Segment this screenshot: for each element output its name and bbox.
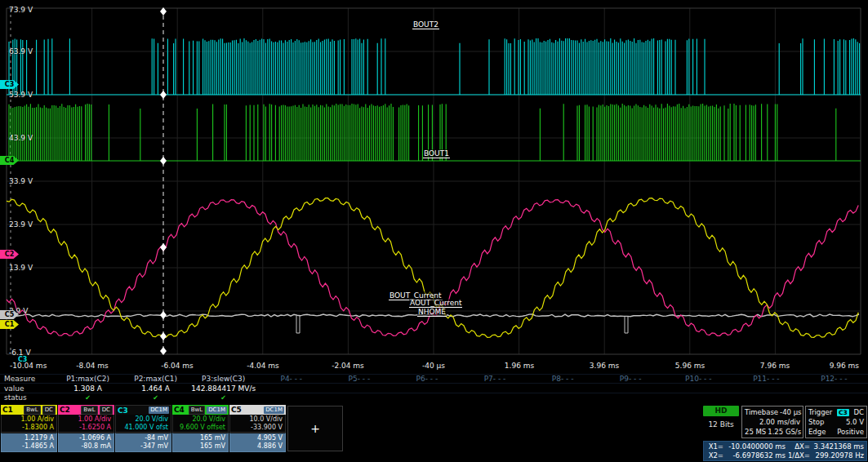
channel-c2-x2-value: -80.8 mA [61, 442, 111, 451]
x-axis-label: -10.04 ms [10, 362, 47, 370]
trigger-slope: Positive [837, 427, 864, 437]
timebase-title: Timebase [745, 407, 778, 417]
measure-p2-label[interactable]: P2:max(C1) [122, 375, 189, 383]
channel-c4-x2-value: 165 mV [176, 442, 225, 451]
measure-row-title: status [0, 393, 54, 402]
trace-label-aout-current: AOUT_Current [409, 299, 462, 308]
channel-c2-settings[interactable]: 1.00 A/div -1.6250 A [58, 415, 114, 433]
channel-c1-x1-value: 1.2179 A [4, 434, 54, 442]
measure-value-row: value 1.308 A 1.464 A 142.884417 MV/s [0, 383, 868, 393]
channel-c1-label: C1 [2, 406, 13, 414]
crosshair-marker-icon: + [310, 422, 320, 435]
channel-c2-label: C2 [60, 406, 70, 414]
cursor-dx-label: ΔX= [786, 442, 810, 451]
timebase-panel[interactable]: Timebase -40 µs 2.00 ms/div 25 MS 1.25 G… [741, 406, 803, 438]
channel-c1-header[interactable]: C1 BwL DC [1, 405, 57, 415]
measure-p2-value: 1.464 A [122, 384, 189, 393]
channel-descriptor-c4[interactable]: C4 BwL DC1M 20.0 V/div 9.600 V offset 16… [172, 405, 229, 452]
channel-c5-offset: -33.900 V [233, 424, 283, 432]
x-axis-label: 9.96 ms [830, 362, 859, 370]
measure-p3-label[interactable]: P3:slew(C3) [189, 375, 257, 383]
cursor-dx-value: 3.3421368 ms [810, 442, 865, 451]
measure-p9-label[interactable]: P9- - - [597, 375, 665, 383]
measure-p1-value: 1.308 A [54, 384, 122, 393]
channel-c5-scale: 10.0 V/div [233, 415, 283, 424]
hd-mode-badge[interactable]: HD [703, 406, 739, 416]
x-axis-label: 7.96 ms [760, 362, 790, 370]
channel-descriptor-c5[interactable]: C5 DC1M 10.0 V/div -33.900 V 4.905 V 4.8… [229, 405, 286, 452]
measure-p4-label[interactable]: P4- - - [257, 375, 325, 383]
trigger-level: 5.0 V [846, 417, 864, 427]
measure-p10-label[interactable]: P10- - - [665, 375, 732, 383]
channel-c3-cursor-values: -84 mV -347 mV [115, 433, 171, 452]
x-axis-label: -4.04 ms [247, 362, 279, 370]
measure-p11-label[interactable]: P11- - - [732, 375, 800, 383]
channel-c5-label: C5 [231, 406, 242, 414]
trigger-panel[interactable]: Trigger C3 DC Stop 5.0 V Edge Positive [805, 406, 867, 438]
measure-label-row: Measure P1:max(C2) P2:max(C1) P3:slew(C3… [0, 374, 868, 383]
measure-p1-label[interactable]: P1:max(C2) [54, 375, 122, 383]
channel-c1-settings[interactable]: 1.00 A/div -1.8300 A [1, 415, 57, 433]
measure-row-title: value [0, 384, 54, 393]
channel-c3-scale: 20.0 V/div [118, 415, 168, 424]
measure-p1-status-icon: ✔ [54, 394, 122, 402]
timebase-samples: 25 MS [745, 427, 766, 437]
channel-c2-bwl-badge: BwL [81, 406, 97, 415]
cursor-invdx-label: 1/ΔX= [786, 451, 810, 460]
resolution-bits-label: 12 Bits [703, 420, 739, 429]
channel-descriptor-c1[interactable]: C1 BwL DC 1.00 A/div -1.8300 A 1.2179 A … [1, 405, 57, 452]
channel-c1-coupling-badge: DC [42, 406, 56, 415]
channel-c3-header[interactable]: C3 DC1M [115, 405, 171, 415]
trigger-title: Trigger [808, 407, 832, 417]
cursor-x2-label: X2= [706, 451, 723, 460]
x-axis-label: -2.04 ms [332, 362, 364, 370]
channel-c2-scale: 1.00 A/div [61, 415, 111, 424]
trigger-source-badge: C3 [837, 409, 849, 416]
measure-p2-status-icon: ✔ [122, 394, 189, 402]
channel-c5-x2-value: 4.886 V [233, 442, 283, 451]
channel-c5-cursor-values: 4.905 V 4.886 V [229, 433, 286, 452]
channel-c1-x2-value: -1.4865 A [4, 442, 54, 451]
channel-c4-header[interactable]: C4 BwL DC1M [172, 405, 229, 415]
measure-p5-label[interactable]: P5- - - [325, 375, 393, 383]
channel-c3-x1-value: -84 mV [118, 434, 168, 442]
measure-p3-status-icon: ✔ [189, 394, 257, 402]
trace-label-bout1: BOUT1 [423, 149, 450, 158]
channel-c5-x1-value: 4.905 V [233, 434, 283, 442]
waveform-display [0, 0, 868, 374]
channel-c4-coupling-badge: DC1M [207, 406, 227, 414]
channel-c3-offset: 41.000 V ofst [118, 424, 168, 432]
cursor-x1-value: -10.0400000 ms [723, 442, 786, 451]
measure-p6-label[interactable]: P6- - - [393, 375, 461, 383]
x-axis-label: 3.96 ms [590, 362, 619, 370]
x-axis-label: 5.96 ms [675, 362, 705, 370]
measure-status-row: status ✔ ✔ ✔ [0, 393, 868, 402]
channel-c3-label: C3 [118, 406, 128, 415]
channel-c4-x1-value: 165 mV [176, 434, 225, 442]
measure-p12-label[interactable]: P12- - - [800, 375, 868, 383]
channel-c2-cursor-values: -1.0696 A -80.8 mA [58, 433, 114, 452]
channel-c4-bwl-badge: BwL [189, 406, 205, 415]
channel-c2-coupling-badge: DC [100, 406, 113, 415]
oscilloscope-screen: 73.9 V 63.9 V 53.9 V 43.9 V 33.9 V 23.9 … [0, 0, 868, 462]
trigger-source-marker[interactable]: C3 [18, 356, 27, 363]
channel-c3-settings[interactable]: 20.0 V/div 41.000 V ofst [115, 415, 171, 433]
channel-c2-header[interactable]: C2 BwL DC [58, 405, 114, 415]
channel-descriptor-c3[interactable]: C3 DC1M 20.0 V/div 41.000 V ofst -84 mV … [115, 405, 171, 452]
channel-c5-settings[interactable]: 10.0 V/div -33.900 V [229, 415, 286, 433]
marker-panel[interactable]: + [287, 406, 343, 451]
channel-c4-settings[interactable]: 20.0 V/div 9.600 V offset [172, 415, 229, 433]
channel-descriptor-c2[interactable]: C2 BwL DC 1.00 A/div -1.6250 A -1.0696 A… [58, 405, 114, 452]
channel-c4-scale: 20.0 V/div [176, 415, 225, 424]
x-axis-label: 1.96 ms [505, 362, 534, 370]
measure-p8-label[interactable]: P8- - - [529, 375, 597, 383]
x-axis-label: -6.04 ms [161, 362, 194, 370]
measure-p7-label[interactable]: P7- - - [461, 375, 528, 383]
channel-c5-header[interactable]: C5 DC1M [229, 405, 286, 415]
channel-c4-cursor-values: 165 mV 165 mV [172, 433, 229, 452]
channel-c4-offset: 9.600 V offset [176, 424, 225, 432]
cursor-x1-label: X1= [706, 442, 723, 451]
trace-label-bout2: BOUT2 [412, 20, 439, 29]
channel-c1-bwl-badge: BwL [24, 406, 40, 415]
measure-table: Measure P1:max(C2) P2:max(C1) P3:slew(C3… [0, 374, 868, 402]
